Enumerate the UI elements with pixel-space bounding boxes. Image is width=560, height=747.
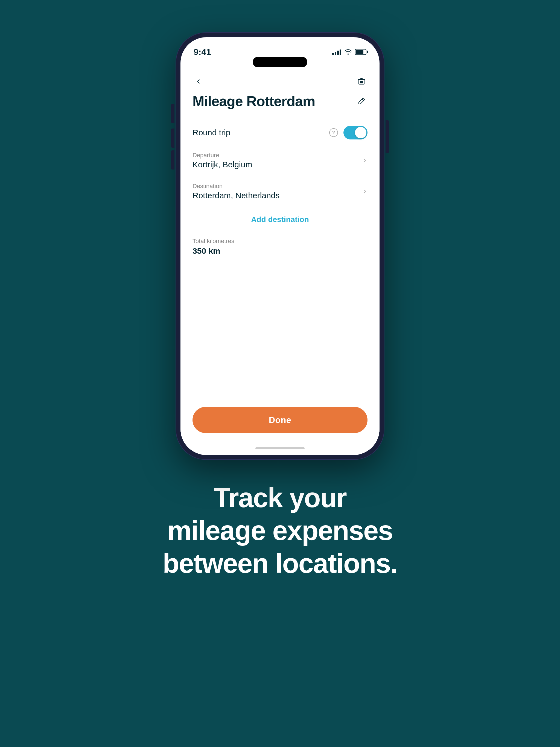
total-km-section: Total kilometres 350 km bbox=[180, 232, 380, 264]
destination-row[interactable]: Destination Rotterdam, Netherlands bbox=[180, 176, 380, 207]
delete-button[interactable] bbox=[355, 75, 367, 87]
dynamic-island bbox=[253, 57, 307, 67]
edit-button[interactable] bbox=[355, 95, 367, 107]
tagline-line3: between locations. bbox=[163, 547, 398, 579]
help-icon[interactable]: ? bbox=[329, 128, 338, 137]
destination-value: Rotterdam, Netherlands bbox=[193, 191, 362, 200]
done-btn-area: Done bbox=[180, 402, 380, 441]
phone-screen: 9:41 bbox=[180, 37, 380, 455]
tagline-line1: Track your bbox=[163, 481, 398, 514]
wifi-icon bbox=[345, 49, 352, 55]
add-destination-label: Add destination bbox=[251, 215, 309, 224]
app-content: Mileage Rotterdam Round trip ? bbox=[180, 67, 380, 455]
chevron-right-icon bbox=[362, 158, 367, 163]
home-indicator bbox=[180, 441, 380, 455]
signal-icon bbox=[332, 49, 341, 55]
tagline: Track your mileage expenses between loca… bbox=[163, 481, 398, 579]
pencil-icon bbox=[357, 97, 366, 106]
phone-frame: 9:41 bbox=[176, 33, 384, 459]
destination-label: Destination bbox=[193, 183, 362, 190]
done-button-label: Done bbox=[269, 415, 291, 425]
done-button[interactable]: Done bbox=[193, 407, 367, 433]
home-bar bbox=[255, 447, 305, 449]
departure-row[interactable]: Departure Kortrijk, Belgium bbox=[180, 145, 380, 176]
top-nav bbox=[180, 67, 380, 93]
svg-line-4 bbox=[362, 99, 364, 101]
total-km-label: Total kilometres bbox=[193, 238, 367, 245]
total-km-value: 350 km bbox=[193, 247, 367, 256]
toggle-thumb bbox=[355, 127, 366, 138]
status-time: 9:41 bbox=[194, 47, 211, 57]
back-arrow-icon bbox=[196, 78, 202, 84]
back-button[interactable] bbox=[193, 75, 205, 87]
departure-section: Departure Kortrijk, Belgium Destination … bbox=[180, 145, 380, 207]
trash-icon bbox=[358, 78, 365, 85]
tagline-line2: mileage expenses bbox=[163, 514, 398, 547]
round-trip-row: Round trip ? bbox=[180, 120, 380, 145]
round-trip-label: Round trip bbox=[193, 128, 329, 137]
destination-info: Destination Rotterdam, Netherlands bbox=[193, 183, 362, 200]
page-title: Mileage Rotterdam bbox=[193, 93, 315, 109]
departure-value: Kortrijk, Belgium bbox=[193, 160, 362, 169]
phone-wrapper: 9:41 bbox=[176, 33, 384, 459]
status-bar: 9:41 bbox=[180, 37, 380, 59]
page-title-row: Mileage Rotterdam bbox=[180, 93, 380, 120]
add-destination-button[interactable]: Add destination bbox=[180, 207, 380, 232]
round-trip-toggle[interactable] bbox=[343, 126, 367, 139]
spacer bbox=[180, 264, 380, 402]
battery-icon bbox=[355, 49, 366, 55]
departure-label: Departure bbox=[193, 152, 362, 159]
status-icons bbox=[332, 49, 366, 55]
chevron-right-dest-icon bbox=[362, 189, 367, 194]
departure-info: Departure Kortrijk, Belgium bbox=[193, 152, 362, 169]
